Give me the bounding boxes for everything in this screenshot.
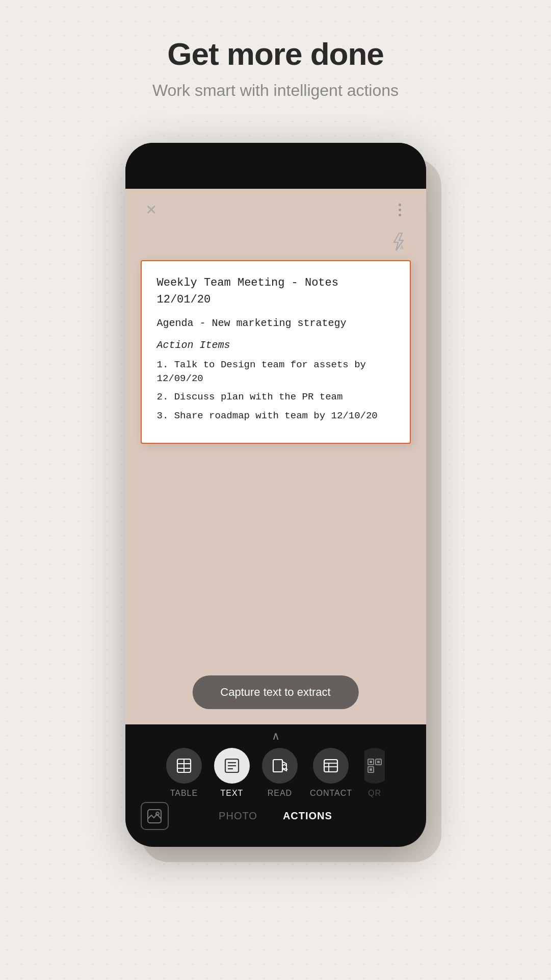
table-icon: [176, 758, 192, 774]
qr-mode-icon-bg: [364, 748, 385, 784]
svg-rect-20: [370, 761, 372, 763]
phone-wrapper: ✕ A: [125, 143, 426, 847]
doc-item-2: 2. Discuss plan with the PR team: [157, 390, 395, 404]
read-icon: [272, 758, 288, 774]
gallery-icon: [147, 809, 162, 824]
contact-icon: [323, 758, 339, 774]
viewfinder: ✕ A: [125, 189, 426, 724]
contact-mode-icon-bg: [313, 748, 349, 784]
doc-section-title: Action Items: [157, 339, 395, 351]
svg-rect-21: [377, 761, 380, 763]
contact-mode-label: CONTACT: [310, 789, 352, 798]
svg-rect-10: [273, 760, 282, 772]
tab-photo[interactable]: PHOTO: [219, 810, 257, 822]
close-button[interactable]: ✕: [141, 199, 162, 220]
sub-title: Work smart with intelligent actions: [0, 81, 551, 100]
tab-bar: PHOTO ACTIONS: [125, 810, 426, 822]
phone-screen: ✕ A: [125, 189, 426, 847]
qr-mode-label: QR: [368, 789, 381, 798]
doc-agenda: Agenda - New marketing strategy: [157, 317, 395, 329]
doc-item-1: 1. Talk to Design team for assets by 12/…: [157, 358, 395, 385]
svg-rect-13: [324, 760, 337, 772]
mode-contact[interactable]: CONTACT: [310, 748, 352, 798]
document-card: Weekly Team Meeting - Notes 12/01/20 Age…: [141, 260, 411, 444]
doc-item-3: 3. Share roadmap with team by 12/10/20: [157, 409, 395, 423]
camera-controls: ∧ TABLE: [125, 724, 426, 847]
main-title: Get more done: [0, 36, 551, 72]
more-button[interactable]: [389, 199, 411, 220]
doc-title: Weekly Team Meeting - Notes: [157, 277, 395, 289]
svg-rect-22: [370, 768, 372, 771]
mode-text[interactable]: TEXT: [214, 748, 250, 798]
flash-auto-icon: A: [389, 232, 408, 252]
chevron-up-icon: ∧: [272, 730, 280, 743]
phone: ✕ A: [125, 143, 426, 847]
qr-icon: [366, 758, 383, 774]
phone-top-bar: [125, 143, 426, 189]
read-mode-icon-bg: [262, 748, 298, 784]
top-section: Get more done Work smart with intelligen…: [0, 0, 551, 120]
viewfinder-top-bar: ✕: [125, 189, 426, 231]
more-dots-icon: [399, 204, 401, 216]
text-mode-icon-bg: [214, 748, 250, 784]
mode-table[interactable]: TABLE: [166, 748, 202, 798]
text-icon: [224, 758, 240, 774]
text-mode-label: TEXT: [220, 789, 243, 798]
capture-button[interactable]: Capture text to extract: [192, 675, 358, 709]
close-icon: ✕: [145, 202, 157, 218]
table-mode-icon-bg: [166, 748, 202, 784]
tab-actions[interactable]: ACTIONS: [283, 810, 332, 822]
mode-qr[interactable]: QR: [364, 748, 385, 798]
table-mode-label: TABLE: [170, 789, 198, 798]
mode-buttons: TABLE TEXT: [166, 748, 385, 798]
gallery-button[interactable]: [141, 802, 169, 830]
flash-auto-button[interactable]: A: [386, 230, 411, 254]
svg-point-11: [282, 765, 286, 769]
doc-date: 12/01/20: [157, 293, 395, 306]
read-mode-label: READ: [268, 789, 292, 798]
svg-text:A: A: [400, 245, 404, 250]
mode-read[interactable]: READ: [262, 748, 298, 798]
